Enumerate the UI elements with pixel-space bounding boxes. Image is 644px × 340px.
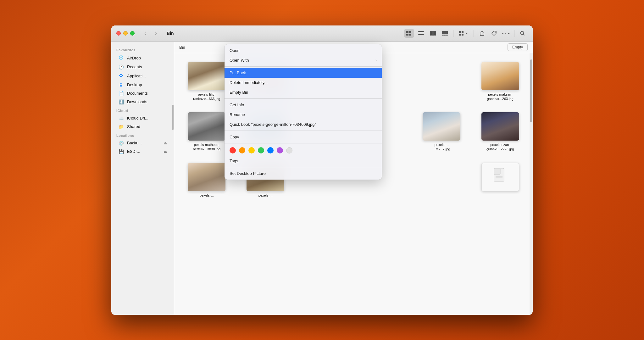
documents-icon: 📄 <box>118 91 124 96</box>
sidebar-item-applications[interactable]: Applicati... <box>113 71 172 81</box>
file-name: pexels-filip-rankovic...666.jpg <box>193 92 220 101</box>
sidebar-item-backup[interactable]: 💿 Backu... ⏏ <box>113 139 172 147</box>
recents-icon: 🕐 <box>118 64 124 70</box>
svg-point-18 <box>495 32 496 32</box>
sidebar-item-downloads[interactable]: ⬇️ Downloads <box>113 98 172 106</box>
tag-button[interactable] <box>489 29 499 38</box>
svg-line-20 <box>524 34 525 36</box>
close-button[interactable] <box>116 31 121 36</box>
tag-green[interactable] <box>258 147 264 153</box>
context-menu-copy[interactable]: Copy <box>225 132 382 142</box>
divider-3 <box>514 30 514 37</box>
context-menu-emptybin-label: Empty Bin <box>230 90 248 95</box>
context-menu-set-desktop[interactable]: Set Desktop Picture <box>225 169 382 178</box>
context-menu-get-info[interactable]: Get Info <box>225 100 382 110</box>
open-with-arrow: › <box>375 58 377 62</box>
file-item[interactable] <box>474 160 526 200</box>
share-button[interactable] <box>477 29 487 38</box>
traffic-lights <box>116 31 135 36</box>
context-menu-open-with[interactable]: Open With › <box>225 55 382 65</box>
svg-rect-16 <box>459 34 461 36</box>
empty-button[interactable]: Empty <box>508 43 528 51</box>
file-item[interactable]: pexels-ozan-çulha-1...2223.jpg <box>474 110 526 154</box>
context-menu-putback-label: Put Back <box>230 70 246 75</box>
separator-5 <box>225 167 382 167</box>
file-name: pexels-maksim-gonchar...263.jpg <box>487 92 513 101</box>
divider-1 <box>453 30 453 37</box>
separator-1 <box>225 66 382 67</box>
context-menu-put-back[interactable]: Put Back <box>225 68 382 78</box>
svg-rect-0 <box>406 31 408 33</box>
tag-blue[interactable] <box>267 147 274 153</box>
favourites-label: Favourites <box>111 46 174 53</box>
sidebar-item-label: Recents <box>127 64 142 69</box>
sidebar-item-recents[interactable]: 🕐 Recents <box>113 63 172 71</box>
context-menu-empty-bin[interactable]: Empty Bin <box>225 87 382 97</box>
context-menu-quick-look[interactable]: Quick Look "pexels-george-milton-7034609… <box>225 120 382 129</box>
context-menu-getinfo-label: Get Info <box>230 103 244 107</box>
context-menu-open[interactable]: Open <box>225 46 382 55</box>
svg-rect-14 <box>459 31 461 33</box>
svg-rect-5 <box>418 33 424 33</box>
svg-rect-15 <box>462 31 464 33</box>
context-menu-delete-immediately[interactable]: Delete Immediately... <box>225 78 382 87</box>
maximize-button[interactable] <box>130 31 135 36</box>
svg-rect-7 <box>430 31 432 36</box>
sidebar-item-shared[interactable]: 📁 Shared <box>113 123 172 131</box>
back-button[interactable]: ‹ <box>141 29 150 38</box>
svg-rect-23 <box>494 168 500 175</box>
sidebar-item-label: Documents <box>127 91 148 96</box>
file-name: pexels-... <box>258 193 273 198</box>
tag-orange[interactable] <box>239 147 245 153</box>
sidebar-item-documents[interactable]: 📄 Documents <box>113 89 172 98</box>
file-item[interactable]: pexels-......ta-...7.jpg <box>415 110 468 154</box>
sidebar-item-icloud-drive[interactable]: ☁️ iCloud Dri... <box>113 114 172 122</box>
icloud-label: iCloud <box>111 106 174 114</box>
tag-purple[interactable] <box>277 147 283 153</box>
nav-buttons: ‹ › <box>141 29 160 38</box>
file-scrollbar[interactable] <box>530 53 533 315</box>
eject-esd-icon[interactable]: ⏏ <box>164 149 167 154</box>
downloads-icon: ⬇️ <box>118 99 124 104</box>
svg-rect-13 <box>446 35 448 36</box>
context-menu-rename[interactable]: Rename <box>225 110 382 120</box>
tag-yellow[interactable] <box>248 147 255 153</box>
context-menu-delete-label: Delete Immediately... <box>230 80 268 85</box>
context-menu-tags[interactable]: Tags... <box>225 156 382 166</box>
group-button[interactable] <box>457 29 470 38</box>
sidebar-item-airdrop[interactable]: AirDrop <box>113 53 172 63</box>
gallery-view-button[interactable] <box>440 29 450 38</box>
tag-gray[interactable] <box>286 147 292 153</box>
icon-view-button[interactable] <box>404 29 414 38</box>
context-menu-open-label: Open <box>230 48 240 53</box>
file-thumbnail <box>188 62 225 90</box>
minimize-button[interactable] <box>123 31 128 36</box>
svg-rect-8 <box>432 31 434 36</box>
eject-icon[interactable]: ⏏ <box>164 141 167 145</box>
search-button[interactable] <box>518 29 528 38</box>
sidebar-item-desktop[interactable]: 🖥 Desktop <box>113 81 172 89</box>
sidebar-item-label: Downloads <box>127 99 147 104</box>
more-options-button[interactable]: ··· <box>501 29 511 38</box>
list-view-button[interactable] <box>416 29 426 38</box>
sidebar-item-esd[interactable]: 💾 ESD-... ⏏ <box>113 148 172 156</box>
context-menu-copy-label: Copy <box>230 135 239 139</box>
context-menu-quicklook-label: Quick Look "pexels-george-milton-7034609… <box>230 122 316 127</box>
svg-rect-12 <box>444 35 446 36</box>
separator-3 <box>225 131 382 131</box>
sidebar-scrollbar[interactable] <box>172 105 174 315</box>
forward-button[interactable]: › <box>152 29 160 38</box>
file-thumbnail <box>481 62 519 90</box>
svg-rect-6 <box>418 34 424 35</box>
context-menu-openwith-label: Open With <box>230 58 249 63</box>
file-thumbnail <box>481 112 519 141</box>
applications-icon <box>118 73 124 79</box>
context-menu-tags-label: Tags... <box>230 159 242 163</box>
file-thumbnail <box>481 163 519 191</box>
finder-window: ‹ › Bin <box>111 25 533 315</box>
column-view-button[interactable] <box>428 29 438 38</box>
tag-red[interactable] <box>230 147 236 153</box>
file-item[interactable]: pexels-maksim-gonchar...263.jpg <box>474 59 526 104</box>
file-name: pexels-ozan-çulha-1...2223.jpg <box>486 142 514 152</box>
file-name: pexels-......ta-...7.jpg <box>433 142 450 152</box>
